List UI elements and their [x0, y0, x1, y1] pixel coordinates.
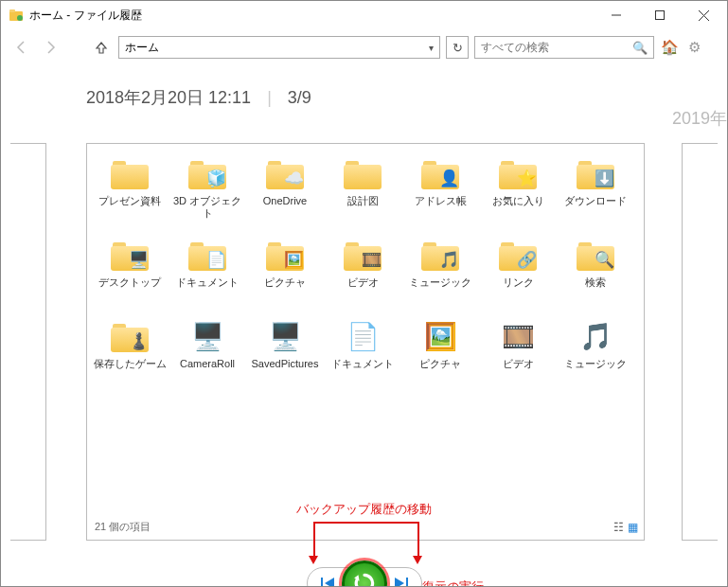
- item-label: ダウンロード: [562, 195, 629, 207]
- file-item[interactable]: 🎵ミュージック: [401, 235, 479, 316]
- folder-icon: 🔍: [576, 235, 615, 275]
- previous-backup-panel[interactable]: [10, 143, 46, 541]
- svg-rect-1: [9, 9, 15, 12]
- window-title: ホーム - ファイル履歴: [29, 8, 595, 24]
- svg-rect-8: [406, 578, 408, 587]
- item-label: プレゼン資料: [97, 195, 163, 207]
- library-icon: 🎞️: [498, 316, 538, 356]
- folder-icon: 📄: [187, 235, 227, 275]
- item-label: ピクチャ: [417, 358, 463, 370]
- file-item[interactable]: 🖼️ピクチャ: [401, 316, 479, 398]
- item-label: お気に入り: [490, 195, 546, 207]
- icons-view-button[interactable]: ▦: [628, 521, 638, 534]
- folder-icon: [110, 153, 150, 193]
- file-item[interactable]: 設計図: [324, 153, 401, 235]
- search-box[interactable]: 🔍: [474, 36, 654, 59]
- file-item[interactable]: 🎞️ビデオ: [324, 235, 401, 316]
- file-item[interactable]: 📄ドキュメント: [324, 316, 401, 398]
- folder-icon: 🧊: [187, 153, 227, 193]
- folder-icon: 🔗: [498, 235, 538, 275]
- file-item[interactable]: 🎵ミュージック: [557, 316, 634, 398]
- item-label: ドキュメント: [174, 276, 240, 289]
- folder-icon: ☁️: [265, 153, 305, 193]
- item-label: リンク: [501, 276, 536, 289]
- file-panel: プレゼン資料🧊3D オブジェクト☁️OneDrive設計図👤アドレス帳⭐お気に入…: [86, 143, 645, 541]
- folder-icon: 🖼️: [265, 235, 305, 275]
- next-backup-panel[interactable]: [682, 143, 718, 541]
- backup-timestamp: 2018年2月20日 12:11: [86, 88, 251, 107]
- close-button[interactable]: [682, 1, 725, 29]
- item-label: ピクチャ: [262, 276, 308, 289]
- file-item[interactable]: 🖼️ピクチャ: [246, 235, 324, 316]
- file-item[interactable]: 🖥️SavedPictures: [246, 316, 324, 398]
- items-grid: プレゼン資料🧊3D オブジェクト☁️OneDrive設計図👤アドレス帳⭐お気に入…: [87, 144, 644, 407]
- item-label: アドレス帳: [413, 195, 469, 207]
- backup-position: 3/9: [288, 88, 311, 107]
- folder-icon: 🎵: [420, 235, 460, 275]
- item-label: ビデオ: [501, 358, 536, 370]
- folder-icon: [343, 153, 382, 193]
- folder-icon: ♟️: [110, 316, 150, 356]
- file-item[interactable]: プレゼン資料: [91, 153, 169, 235]
- minimize-button[interactable]: [595, 1, 638, 29]
- search-icon: 🔍: [632, 41, 648, 55]
- home-icon[interactable]: 🏠: [660, 38, 679, 57]
- search-input[interactable]: [481, 41, 632, 54]
- gear-icon[interactable]: ⚙: [684, 38, 703, 57]
- window-controls: [595, 1, 725, 29]
- path-dropdown-icon[interactable]: ▾: [422, 43, 439, 53]
- titlebar: ホーム - ファイル履歴: [1, 1, 727, 29]
- address-bar[interactable]: ▾: [118, 36, 440, 59]
- svg-rect-4: [656, 11, 665, 20]
- item-label: ミュージック: [562, 358, 629, 370]
- file-item[interactable]: ⭐お気に入り: [479, 153, 557, 235]
- item-label: SavedPictures: [250, 358, 321, 370]
- folder-icon: 🎞️: [343, 235, 382, 275]
- item-label: ドキュメント: [329, 358, 396, 370]
- item-label: デスクトップ: [97, 276, 163, 289]
- file-item[interactable]: ♟️保存したゲーム: [91, 316, 169, 398]
- file-item[interactable]: 🖥️デスクトップ: [91, 235, 169, 316]
- svg-point-2: [17, 15, 23, 21]
- next-version-button[interactable]: [382, 570, 419, 587]
- navigation-pill: [307, 567, 422, 587]
- folder-icon: 👤: [420, 153, 460, 193]
- item-count: 21 個の項目: [95, 520, 151, 534]
- file-item[interactable]: 👤アドレス帳: [401, 153, 479, 235]
- file-item[interactable]: ☁️OneDrive: [246, 153, 324, 235]
- control-bar: [1, 567, 727, 587]
- item-label: 設計図: [346, 195, 381, 207]
- view-mode-buttons: ☷ ▦: [613, 521, 638, 534]
- path-input[interactable]: [119, 41, 422, 54]
- up-button[interactable]: [90, 36, 113, 59]
- item-label: ビデオ: [346, 276, 381, 289]
- refresh-button[interactable]: ↻: [446, 36, 469, 59]
- next-timestamp: 2019年: [672, 107, 727, 130]
- item-label: ミュージック: [407, 276, 473, 289]
- file-item[interactable]: ⬇️ダウンロード: [557, 153, 634, 235]
- content-area: 2018年2月20日 12:11 | 3/9 2019年 プレゼン資料🧊3D オ…: [1, 86, 727, 587]
- file-item[interactable]: 🎞️ビデオ: [479, 316, 557, 398]
- item-label: CameraRoll: [178, 358, 237, 370]
- folder-icon: ⭐: [498, 153, 538, 193]
- details-view-button[interactable]: ☷: [613, 521, 624, 534]
- maximize-button[interactable]: [638, 1, 682, 29]
- file-item[interactable]: 🔍検索: [557, 235, 634, 316]
- file-item[interactable]: 🖥️CameraRoll: [169, 316, 246, 398]
- timestamp-header: 2018年2月20日 12:11 | 3/9: [86, 86, 727, 109]
- library-icon: 🖥️: [187, 316, 227, 356]
- forward-button[interactable]: [39, 36, 62, 59]
- folder-icon: 🖥️: [110, 235, 150, 275]
- svg-rect-7: [321, 578, 323, 587]
- library-icon: 📄: [343, 316, 382, 356]
- back-button[interactable]: [10, 36, 33, 59]
- file-item[interactable]: 🧊3D オブジェクト: [169, 153, 246, 235]
- library-icon: 🖥️: [265, 316, 305, 356]
- app-icon: [9, 8, 24, 23]
- file-item[interactable]: 📄ドキュメント: [169, 235, 246, 316]
- item-label: 保存したゲーム: [92, 358, 169, 370]
- restore-button[interactable]: [342, 560, 387, 587]
- file-item[interactable]: 🔗リンク: [479, 235, 557, 316]
- item-label: 検索: [583, 276, 608, 289]
- annotation-move-history: バックアップ履歴の移動: [296, 501, 432, 518]
